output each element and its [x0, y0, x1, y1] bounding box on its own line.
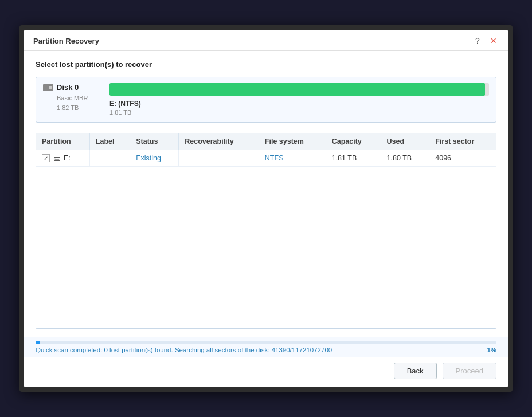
- dialog-body: Select lost partition(s) to recover Disk…: [24, 51, 508, 337]
- cell-status: Existing: [130, 150, 179, 167]
- partition-table-container[interactable]: Partition Label Status Recoverability Fi…: [36, 133, 496, 329]
- progress-row: Quick scan completed: 0 lost partition(s…: [24, 337, 508, 357]
- table-row: ✓ 🖴 E: Existing NTFS 1.81 TB 1.80 TB: [36, 150, 496, 167]
- partition-table: Partition Label Status Recoverability Fi…: [36, 133, 496, 167]
- disk-name: Disk 0: [57, 83, 79, 92]
- dialog-window: Partition Recovery ? ✕ Select lost parti…: [24, 30, 508, 387]
- proceed-button[interactable]: Proceed: [443, 363, 496, 379]
- title-bar-icons: ? ✕: [472, 36, 499, 46]
- dialog-footer: Back Proceed: [24, 357, 508, 387]
- disk-name-row: Disk 0: [43, 83, 100, 92]
- cell-capacity: 1.81 TB: [326, 150, 381, 167]
- status-message: Quick scan completed: 0 lost partition(s…: [36, 347, 332, 353]
- disk-visual: E: (NTFS) 1.81 TB: [109, 83, 489, 116]
- col-recoverability: Recoverability: [179, 133, 259, 150]
- col-status: Status: [130, 133, 179, 150]
- cell-recoverability: [179, 150, 259, 167]
- dialog-title: Partition Recovery: [33, 37, 99, 45]
- close-icon[interactable]: ✕: [488, 36, 499, 46]
- partition-name: E:: [64, 154, 71, 162]
- disk-partition-label: E: (NTFS) 1.81 TB: [109, 99, 489, 116]
- help-icon[interactable]: ?: [472, 36, 483, 46]
- table-header-row: Partition Label Status Recoverability Fi…: [36, 133, 496, 150]
- outer-shadow: Partition Recovery ? ✕ Select lost parti…: [19, 25, 513, 392]
- col-first-sector: First sector: [429, 133, 496, 150]
- disk-icon: [43, 84, 53, 91]
- col-used: Used: [381, 133, 429, 150]
- col-partition: Partition: [36, 133, 89, 150]
- title-bar: Partition Recovery ? ✕: [24, 30, 508, 51]
- status-text-row: Quick scan completed: 0 lost partition(s…: [36, 347, 496, 353]
- partition-drive-icon: 🖴: [53, 154, 60, 162]
- disk-bar-fill: [109, 83, 485, 96]
- section-heading: Select lost partition(s) to recover: [36, 60, 496, 69]
- col-label: Label: [89, 133, 130, 150]
- col-filesystem: File system: [259, 133, 326, 150]
- disk-bar-container: [109, 83, 489, 96]
- disk-panel: Disk 0 Basic MBR 1.82 TB E: (NTFS) 1.81 …: [36, 77, 496, 123]
- cell-partition[interactable]: ✓ 🖴 E:: [36, 150, 89, 167]
- col-capacity: Capacity: [326, 133, 381, 150]
- status-percent: 1%: [487, 347, 496, 353]
- disk-size: 1.82 TB: [57, 103, 100, 113]
- cell-filesystem: NTFS: [259, 150, 326, 167]
- cell-label: [89, 150, 130, 167]
- progress-bar-inner: [36, 341, 40, 344]
- disk-info: Disk 0 Basic MBR 1.82 TB: [43, 83, 100, 112]
- back-button[interactable]: Back: [394, 363, 437, 379]
- row-checkbox[interactable]: ✓: [42, 154, 50, 162]
- disk-type: Basic MBR: [57, 93, 100, 103]
- cell-first-sector: 4096: [429, 150, 496, 167]
- progress-bar-outer: [36, 341, 496, 344]
- cell-used: 1.80 TB: [381, 150, 429, 167]
